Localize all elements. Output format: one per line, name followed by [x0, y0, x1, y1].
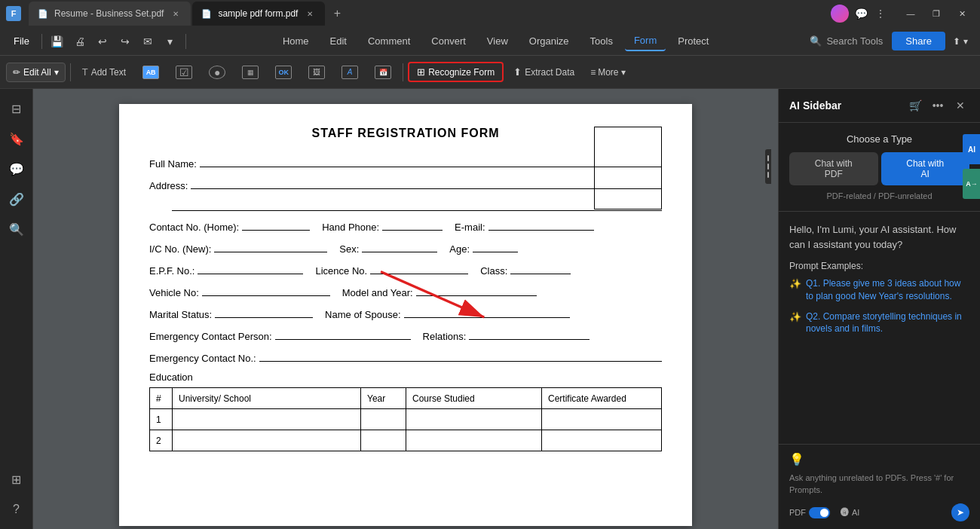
model-input[interactable] [416, 284, 537, 296]
edu-row-2-course[interactable] [406, 430, 542, 451]
chat-with-pdf-button[interactable]: Chat with PDF [789, 152, 878, 185]
contact-home-label: Contact No. (Home): [149, 222, 239, 233]
hand-phone-input[interactable] [382, 219, 443, 231]
print-icon[interactable]: 🖨 [69, 31, 90, 52]
checkbox-icon[interactable]: ☑ [169, 61, 199, 84]
extract-data-button[interactable]: ⬆ Extract Data [507, 62, 581, 82]
chevron-down-icon: ▾ [963, 36, 968, 47]
ai-sidebar-actions: 🛒 ••• ✕ [906, 96, 969, 115]
menu-home[interactable]: Home [274, 32, 318, 50]
marital-input[interactable] [215, 306, 313, 318]
text-field-icon[interactable]: AB [136, 61, 166, 84]
ai-more-icon[interactable]: ••• [929, 96, 947, 115]
email-icon[interactable]: ✉ [137, 31, 158, 52]
recognize-icon: ⊞ [417, 66, 425, 78]
menu-tools[interactable]: Tools [581, 32, 622, 50]
dropdown-icon[interactable]: ▾ [160, 31, 181, 52]
undo-icon[interactable]: ↩ [92, 31, 113, 52]
vehicle-input[interactable] [202, 284, 330, 296]
menu-file[interactable]: File [6, 32, 37, 50]
email-input[interactable] [488, 219, 594, 231]
image-icon[interactable]: 🖼 [302, 61, 332, 84]
menu-comment[interactable]: Comment [359, 32, 419, 50]
address-input[interactable] [191, 177, 662, 189]
edu-row-1-course[interactable] [406, 409, 542, 430]
pdf-content-area: STAFF REGISTRATION FORM Full Name: Addre… [33, 89, 778, 529]
ic-input[interactable] [214, 240, 327, 252]
photo-placeholder [594, 127, 662, 209]
edu-row-2-school[interactable] [173, 430, 361, 451]
licence-label: Licence No. [315, 265, 367, 277]
address-input-2[interactable] [172, 199, 662, 211]
ai-panel-icon[interactable]: AI [963, 134, 980, 164]
sidebar-comment-icon[interactable]: 💬 [3, 155, 30, 182]
close-button[interactable]: ✕ [950, 3, 974, 24]
toolbar-separator-1 [70, 63, 71, 81]
menu-organize[interactable]: Organize [520, 32, 578, 50]
licence-input[interactable] [370, 262, 468, 274]
add-tab-button[interactable]: + [326, 3, 348, 24]
sex-input[interactable] [362, 240, 437, 252]
signature-icon[interactable]: A [335, 61, 365, 84]
user-avatar[interactable] [831, 5, 849, 23]
list-icon[interactable]: OK [268, 61, 299, 84]
edit-all-button[interactable]: ✏ Edit All ▾ [6, 63, 66, 82]
share-button[interactable]: Share [892, 32, 945, 50]
radio-icon[interactable]: ● [202, 61, 232, 84]
spouse-input[interactable] [404, 306, 570, 318]
sidebar-help-icon[interactable]: ? [3, 496, 30, 523]
tab-resume[interactable]: 📄 Resume - Business Set.pdf ✕ [29, 2, 191, 26]
full-name-input[interactable] [200, 155, 662, 167]
ai-settings-panel[interactable] [765, 149, 771, 184]
date-icon[interactable]: 📅 [368, 61, 398, 84]
prompt-1-text: Q1. Please give me 3 ideas about how to … [806, 277, 969, 303]
emergency-person-row: Emergency Contact Person: Relations: [149, 328, 662, 342]
ai-prompt-1[interactable]: ✨ Q1. Please give me 3 ideas about how t… [789, 277, 969, 303]
tab-sample-form[interactable]: 📄 sample pdf form.pdf ✕ [192, 2, 325, 26]
class-input[interactable] [510, 262, 571, 274]
combo-icon[interactable]: ▦ [235, 61, 265, 84]
translate-panel-icon[interactable]: A→ [963, 169, 980, 199]
sidebar-search-icon[interactable]: 🔍 [3, 216, 30, 243]
chat-icon[interactable]: 💬 [853, 6, 868, 21]
edu-row-1-year[interactable] [361, 409, 406, 430]
sidebar-link-icon[interactable]: 🔗 [3, 185, 30, 213]
menu-protect[interactable]: Protect [669, 32, 718, 50]
ai-send-button[interactable]: ➤ [951, 503, 969, 521]
maximize-button[interactable]: ❐ [924, 3, 948, 24]
relations-input[interactable] [469, 328, 590, 340]
edu-row-1-cert[interactable] [542, 409, 662, 430]
more-options-icon[interactable]: ⋮ [873, 6, 888, 21]
menu-convert[interactable]: Convert [422, 32, 475, 50]
minimize-button[interactable]: — [899, 3, 923, 24]
pdf-toggle[interactable] [809, 507, 830, 518]
tab-close-resume[interactable]: ✕ [170, 8, 182, 20]
menu-form[interactable]: Form [625, 31, 666, 51]
recognize-form-button[interactable]: ⊞ Recognize Form [408, 62, 504, 82]
more-button[interactable]: ≡ More ▾ [584, 63, 631, 81]
ai-prompt-2[interactable]: ✨ Q2. Compare storytelling techniques in… [789, 310, 969, 336]
contact-home-input[interactable] [242, 219, 310, 231]
emergency-no-input[interactable] [259, 350, 662, 362]
sidebar-thumbnail-icon[interactable]: ⊟ [3, 95, 30, 122]
upload-button[interactable]: ⬆ ▾ [947, 32, 974, 50]
edu-row-1-school[interactable] [173, 409, 361, 430]
tab-close-sample[interactable]: ✕ [304, 8, 316, 20]
sidebar-layers-icon[interactable]: ⊞ [3, 466, 30, 493]
ai-close-icon[interactable]: ✕ [951, 96, 969, 115]
sidebar-bookmark-icon[interactable]: 🔖 [3, 125, 30, 152]
edu-row-2-cert[interactable] [542, 430, 662, 451]
search-tools-button[interactable]: 🔍 Search Tools [802, 32, 890, 50]
redo-icon[interactable]: ↪ [115, 31, 136, 52]
ai-cart-icon[interactable]: 🛒 [906, 96, 924, 115]
menu-edit[interactable]: Edit [321, 32, 356, 50]
epf-input[interactable] [198, 262, 303, 274]
age-input[interactable] [473, 240, 518, 252]
add-text-button[interactable]: T Add Text [75, 62, 133, 82]
edu-col-year: Year [361, 388, 406, 409]
emergency-person-input[interactable] [275, 328, 411, 340]
chat-with-ai-button[interactable]: Chat with AI [881, 152, 970, 185]
edu-row-2-year[interactable] [361, 430, 406, 451]
menu-view[interactable]: View [478, 32, 517, 50]
save-icon[interactable]: 💾 [47, 31, 68, 52]
